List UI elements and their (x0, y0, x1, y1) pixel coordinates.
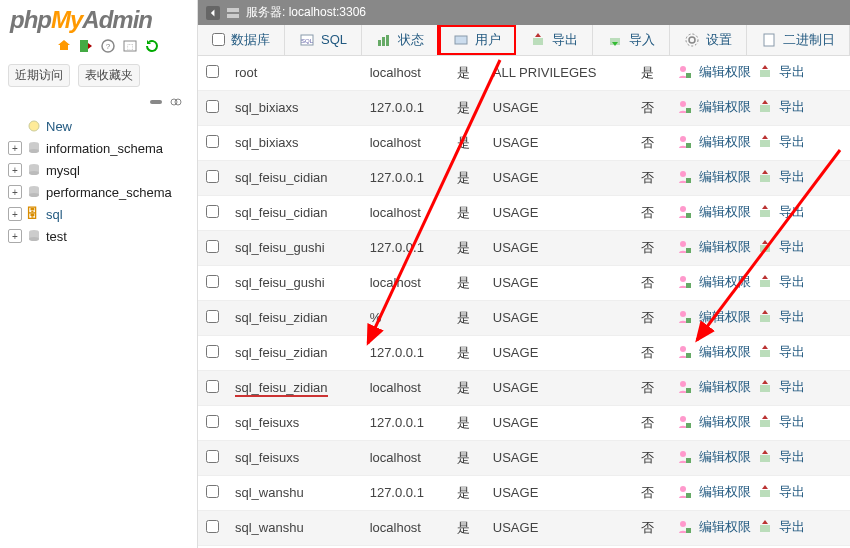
tab-users[interactable]: 用户 (439, 25, 516, 55)
export-link[interactable]: 导出 (779, 518, 805, 536)
user-row[interactable]: sql_feisu_zidian127.0.0.1是USAGE否编辑权限 导出 (198, 335, 850, 370)
edit-priv-link[interactable]: 编辑权限 (699, 343, 751, 361)
edit-priv-link[interactable]: 编辑权限 (699, 133, 751, 151)
edit-priv-link[interactable]: 编辑权限 (699, 413, 751, 431)
tab-databases[interactable]: 数据库 (198, 25, 285, 55)
export-link[interactable]: 导出 (779, 63, 805, 81)
collapse-icon[interactable] (149, 95, 163, 109)
user-row[interactable]: sql_wanshulocalhost是USAGE否编辑权限 导出 (198, 510, 850, 545)
users-table-wrap[interactable]: rootlocalhost是ALL PRIVILEGES是编辑权限 导出sql_… (198, 56, 850, 548)
svg-rect-71 (686, 493, 691, 498)
edit-priv-link[interactable]: 编辑权限 (699, 98, 751, 116)
tab-settings[interactable]: 设置 (670, 25, 747, 55)
expand-icon[interactable]: + (8, 185, 22, 199)
export-link[interactable]: 导出 (779, 483, 805, 501)
user-row[interactable]: sql_bixiaxs127.0.0.1是USAGE否编辑权限 导出 (198, 90, 850, 125)
row-checkbox[interactable] (206, 275, 219, 288)
link-icon[interactable] (169, 95, 183, 109)
edit-priv-link[interactable]: 编辑权限 (699, 273, 751, 291)
logo[interactable]: phpMyAdmin (0, 0, 197, 36)
user-row[interactable]: sql_feisu_gushilocalhost是USAGE否编辑权限 导出 (198, 265, 850, 300)
user-row[interactable]: sql_feisuxslocalhost是USAGE否编辑权限 导出 (198, 440, 850, 475)
row-checkbox[interactable] (206, 415, 219, 428)
export-link[interactable]: 导出 (779, 378, 805, 396)
grant-cell: 否 (633, 440, 669, 475)
edit-priv-link[interactable]: 编辑权限 (699, 308, 751, 326)
tree-item-information_schema[interactable]: +information_schema (6, 137, 191, 159)
user-row[interactable]: sql_feisu_zidianlocalhost是USAGE否编辑权限 导出 (198, 370, 850, 405)
priv-cell: USAGE (485, 90, 633, 125)
export-link[interactable]: 导出 (779, 168, 805, 186)
export-link[interactable]: 导出 (779, 98, 805, 116)
user-row[interactable]: sql_feisu_zidian%是USAGE否编辑权限 导出 (198, 300, 850, 335)
user-row[interactable]: sql_feisuxs127.0.0.1是USAGE否编辑权限 导出 (198, 405, 850, 440)
tab-binlog[interactable]: 二进制日 (747, 25, 850, 55)
row-checkbox[interactable] (206, 170, 219, 183)
tree-item-mysql[interactable]: +mysql (6, 159, 191, 181)
recent-visit-tab[interactable]: 近期访问 (8, 64, 70, 87)
tree-item-sql[interactable]: +🗄sql (6, 203, 191, 225)
home-icon[interactable] (56, 38, 72, 54)
row-checkbox[interactable] (206, 520, 219, 533)
tree-item-performance_schema[interactable]: +performance_schema (6, 181, 191, 203)
edit-priv-icon (677, 519, 693, 535)
export-link[interactable]: 导出 (779, 343, 805, 361)
tree-item-test[interactable]: +test (6, 225, 191, 247)
svg-rect-63 (760, 385, 770, 392)
export-link[interactable]: 导出 (779, 308, 805, 326)
edit-priv-link[interactable]: 编辑权限 (699, 63, 751, 81)
expand-icon[interactable]: + (8, 229, 22, 243)
edit-priv-link[interactable]: 编辑权限 (699, 483, 751, 501)
tree-label: test (46, 229, 67, 244)
export-link[interactable]: 导出 (779, 273, 805, 291)
back-icon[interactable] (206, 6, 220, 20)
tab-import[interactable]: 导入 (593, 25, 670, 55)
logout-icon[interactable] (78, 38, 94, 54)
user-row[interactable]: sql_feisu_cidian127.0.0.1是USAGE否编辑权限 导出 (198, 160, 850, 195)
row-checkbox[interactable] (206, 135, 219, 148)
server-label[interactable]: 服务器: localhost:3306 (246, 4, 366, 21)
edit-priv-link[interactable]: 编辑权限 (699, 168, 751, 186)
tab-status[interactable]: 状态 (362, 25, 439, 55)
edit-priv-link[interactable]: 编辑权限 (699, 448, 751, 466)
tab-export[interactable]: 导出 (516, 25, 593, 55)
row-checkbox[interactable] (206, 485, 219, 498)
edit-priv-link[interactable]: 编辑权限 (699, 518, 751, 536)
user-row[interactable]: sql_bixiaxslocalhost是USAGE否编辑权限 导出 (198, 125, 850, 160)
svg-rect-45 (760, 175, 770, 182)
user-row[interactable]: sql_wanshu127.0.0.1是USAGE否编辑权限 导出 (198, 475, 850, 510)
row-checkbox[interactable] (206, 345, 219, 358)
row-checkbox[interactable] (206, 450, 219, 463)
row-checkbox[interactable] (206, 380, 219, 393)
tab-sql[interactable]: SQL SQL (285, 25, 362, 55)
favorites-tab[interactable]: 表收藏夹 (78, 64, 140, 87)
row-checkbox[interactable] (206, 240, 219, 253)
edit-priv-link[interactable]: 编辑权限 (699, 378, 751, 396)
user-row[interactable]: sql_feisu_gushi127.0.0.1是USAGE否编辑权限 导出 (198, 230, 850, 265)
user-row[interactable]: sql_feisu_cidianlocalhost是USAGE否编辑权限 导出 (198, 195, 850, 230)
tree-label: New (46, 119, 72, 134)
export-link[interactable]: 导出 (779, 448, 805, 466)
sql-icon[interactable]: ⬚ (122, 38, 138, 54)
row-checkbox[interactable] (206, 205, 219, 218)
tree-item-New[interactable]: New (6, 115, 191, 137)
row-checkbox[interactable] (206, 100, 219, 113)
status-icon (376, 32, 392, 48)
tab-db-check[interactable] (212, 33, 225, 46)
host-cell: localhost (362, 56, 449, 91)
export-link[interactable]: 导出 (779, 203, 805, 221)
svg-point-73 (680, 521, 686, 527)
expand-icon[interactable]: + (8, 163, 22, 177)
user-row[interactable]: rootlocalhost是ALL PRIVILEGES是编辑权限 导出 (198, 56, 850, 91)
edit-priv-link[interactable]: 编辑权限 (699, 238, 751, 256)
export-link[interactable]: 导出 (779, 133, 805, 151)
export-link[interactable]: 导出 (779, 238, 805, 256)
expand-icon[interactable]: + (8, 141, 22, 155)
edit-priv-link[interactable]: 编辑权限 (699, 203, 751, 221)
reload-icon[interactable] (144, 38, 160, 54)
export-link[interactable]: 导出 (779, 413, 805, 431)
row-checkbox[interactable] (206, 65, 219, 78)
docs-icon[interactable]: ? (100, 38, 116, 54)
expand-icon[interactable]: + (8, 207, 22, 221)
row-checkbox[interactable] (206, 310, 219, 323)
